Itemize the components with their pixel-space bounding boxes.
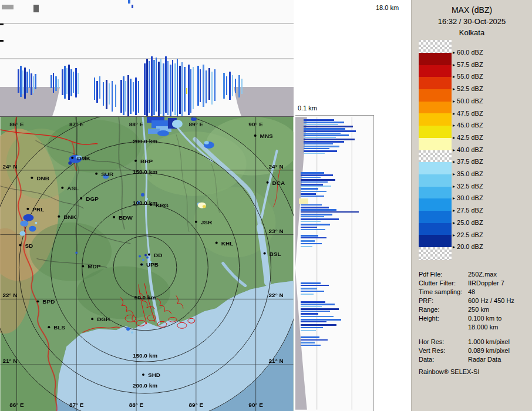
info-row: Pdf File:250Z.max xyxy=(419,270,531,279)
city-label: SUR xyxy=(101,171,113,177)
city-dot xyxy=(26,208,29,210)
scale-arrow-icon: ▸ xyxy=(453,245,455,250)
profile-background xyxy=(295,117,373,409)
city-dot xyxy=(82,265,84,267)
info-value: 1.000 km/pixel xyxy=(468,338,531,346)
scale-arrow-icon: ▸ xyxy=(453,50,455,55)
longitude-label: 90° E xyxy=(248,402,263,408)
city-label: DGP xyxy=(86,196,99,202)
info-label: PRF: xyxy=(419,297,468,305)
info-value: Radar Data xyxy=(468,355,531,364)
city-label: ASL xyxy=(67,185,79,191)
info-label: Data: xyxy=(419,355,468,364)
latitude-label: 21° N xyxy=(2,358,17,364)
scale-arrow-icon: ▸ xyxy=(453,147,455,153)
colorbar-label-row: ▸22.5 dBZ xyxy=(453,231,483,238)
colorbar-label-row: ▸20.0 dBZ xyxy=(453,244,483,251)
colorbar-label-row: ▸45.0 dBZ xyxy=(453,122,483,129)
scale-arrow-icon: ▸ xyxy=(453,75,455,80)
colorbar-label-row: ▸30.0 dBZ xyxy=(453,195,483,202)
city-label: UPB xyxy=(146,261,159,268)
height-axis-min-label: 0.1 km xyxy=(298,105,317,112)
city-label: BDW xyxy=(119,214,133,221)
colorbar-label-row: ▸50.0 dBZ xyxy=(453,97,483,105)
colorbar-label-row: ▸47.5 dBZ xyxy=(453,110,483,117)
latitude-label: 21° N xyxy=(269,358,284,364)
radar-info-table: Pdf File:250Z.maxClutter Filter:IIRDoppl… xyxy=(419,270,531,364)
city-label: MNS xyxy=(260,133,274,139)
city-label: DNB xyxy=(36,175,49,181)
info-value: IIRDoppler 7 xyxy=(468,279,531,288)
scale-arrow-icon: ▸ xyxy=(453,184,455,189)
city-dot xyxy=(19,244,21,247)
colorbar-label-row: ▸60.0 dBZ xyxy=(453,49,483,56)
right-profile-plot xyxy=(295,116,373,411)
info-value: 600 Hz / 450 Hz xyxy=(468,297,531,305)
city-label: KHL xyxy=(221,240,234,247)
city-dot xyxy=(148,254,150,256)
colorbar-label-row: ▸35.0 dBZ xyxy=(453,170,483,177)
city-label: DGH xyxy=(97,316,110,322)
colorbar-label-row: ▸25.0 dBZ xyxy=(453,219,483,226)
city-dot xyxy=(95,173,97,175)
city-label: SD xyxy=(25,242,33,249)
city-dot xyxy=(61,187,63,189)
colorbar-label-row: ▸42.5 dBZ xyxy=(453,134,483,141)
radar-map-panel: 86° E86° E87° E87° E88° E88° E89° E89° E… xyxy=(0,116,294,411)
city-label: PRL xyxy=(32,206,44,213)
info-row: Vert Res:0.089 km/pixel xyxy=(419,346,531,355)
info-row: 18.000 km xyxy=(419,323,531,332)
range-ring-label: 200.0 km xyxy=(133,138,157,144)
colorbar-label: 57.5 dBZ xyxy=(457,61,483,68)
station-name: Kolkata xyxy=(412,27,532,38)
colorbar-label: 60.0 dBZ xyxy=(457,49,483,56)
info-label: Time sampling: xyxy=(419,288,468,297)
colorbar-label: 27.5 dBZ xyxy=(457,207,483,214)
info-row: Clutter Filter:IIRDoppler 7 xyxy=(419,279,531,288)
info-row: Hor Res:1.000 km/pixel xyxy=(419,338,531,346)
colorbar-label: 37.5 dBZ xyxy=(457,159,483,166)
scale-arrow-icon: ▸ xyxy=(453,111,455,116)
city-dot xyxy=(91,318,93,320)
range-ring-label: 200.0 km xyxy=(133,382,157,389)
scale-arrow-icon: ▸ xyxy=(453,62,455,68)
legend-panel: MAX (dBZ) 16:32 / 30-Oct-2025 Kolkata ▸6… xyxy=(411,0,532,411)
city-label: BRP xyxy=(140,158,153,164)
city-dot xyxy=(31,177,33,179)
scale-arrow-icon: ▸ xyxy=(453,123,455,129)
city-dot xyxy=(36,300,39,302)
colorbar-label-row: ▸27.5 dBZ xyxy=(453,207,483,214)
product-title: MAX (dBZ) xyxy=(412,5,532,16)
city-label: BSL xyxy=(270,251,281,257)
city-dot xyxy=(267,181,269,184)
longitude-label: 87° E xyxy=(69,402,84,408)
info-row: Data:Radar Data xyxy=(419,355,531,364)
city-label: JSR xyxy=(201,219,212,225)
info-value: 48 xyxy=(468,288,531,297)
latitude-label: 23° N xyxy=(269,228,284,234)
scale-arrow-icon: ▸ xyxy=(453,135,455,140)
city-label: BLS xyxy=(53,324,65,331)
range-ring-label: 150.0 km xyxy=(133,169,157,175)
colorbar-label: 42.5 dBZ xyxy=(457,134,483,141)
city-dot xyxy=(48,326,50,328)
colorbar-label: 55.0 dBZ xyxy=(457,73,483,80)
colorbar-label-row: ▸55.0 dBZ xyxy=(453,73,483,80)
city-label: BNK xyxy=(63,214,76,220)
city-dot xyxy=(254,134,257,137)
timestamp: 16:32 / 30-Oct-2025 xyxy=(412,16,532,27)
longitude-label: 89° E xyxy=(189,121,204,127)
range-ring-label: 50.0 km xyxy=(134,294,156,301)
longitude-label: 87° E xyxy=(69,121,84,127)
city-dot xyxy=(58,215,60,218)
range-ring-label: 100.0 km xyxy=(133,200,157,206)
info-label xyxy=(419,323,468,332)
longitude-label: 88° E xyxy=(129,121,144,127)
height-axis-max-label: 18.0 km xyxy=(376,4,399,11)
longitude-label: 89° E xyxy=(189,402,204,408)
legend-header: MAX (dBZ) 16:32 / 30-Oct-2025 Kolkata xyxy=(412,0,532,38)
latitude-label: 24° N xyxy=(2,163,17,170)
top-profile-plot xyxy=(0,0,294,116)
city-dot xyxy=(113,216,115,218)
colorbar-label-row: ▸37.5 dBZ xyxy=(453,159,483,166)
